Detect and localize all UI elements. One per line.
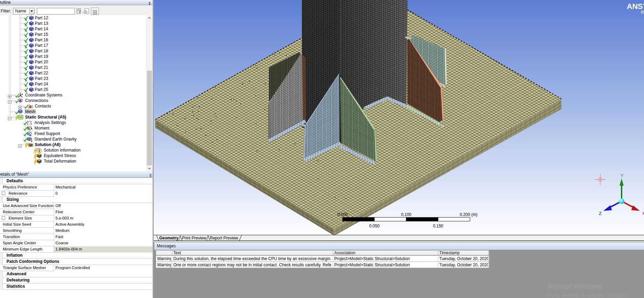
svg-text:ANSY: ANSY bbox=[627, 2, 644, 11]
svg-text:0.200 (m): 0.200 (m) bbox=[460, 212, 477, 217]
svg-text:Z: Z bbox=[599, 211, 602, 216]
svg-text:0.100: 0.100 bbox=[401, 212, 411, 217]
svg-text:Y: Y bbox=[621, 173, 624, 178]
svg-text:0.050: 0.050 bbox=[369, 224, 379, 228]
svg-text:R1: R1 bbox=[641, 10, 644, 15]
svg-text:X: X bbox=[642, 211, 644, 216]
svg-text:0.000: 0.000 bbox=[337, 212, 348, 217]
svg-text:0.150: 0.150 bbox=[433, 224, 443, 228]
